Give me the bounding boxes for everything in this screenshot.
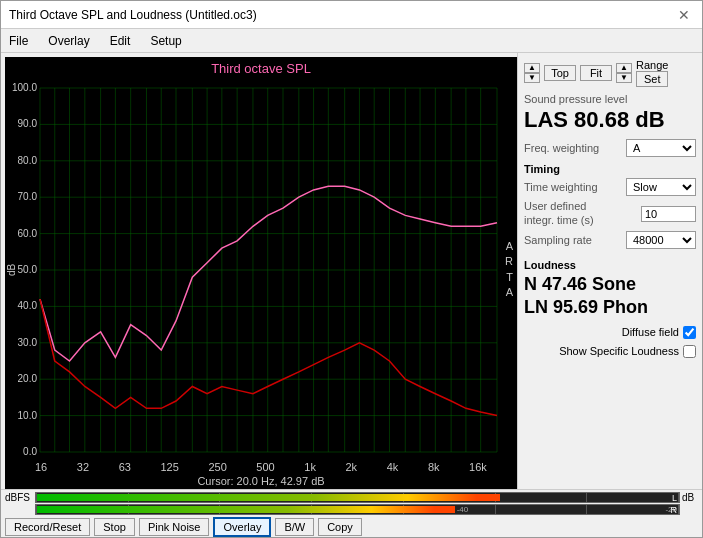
x-tick-16: 16 <box>35 461 47 473</box>
pink-noise-button[interactable]: Pink Noise <box>139 518 210 536</box>
time-weighting-row: Time weighting Fast Slow Impulse <box>524 178 696 196</box>
top-down-btn[interactable]: ▼ <box>524 73 540 83</box>
loudness-section: Loudness N 47.46 Sone LN 95.69 Phon <box>524 259 696 320</box>
freq-weighting-select[interactable]: A C Z <box>626 139 696 157</box>
x-tick-500: 500 <box>256 461 274 473</box>
range-up-btn[interactable]: ▲ <box>616 63 632 73</box>
right-panel: ▲ ▼ Top Fit ▲ ▼ Range Set Sound pressure… <box>517 53 702 489</box>
spl-section: Sound pressure level LAS 80.68 dB <box>524 93 696 133</box>
diffuse-field-row: Diffuse field <box>524 326 696 339</box>
meter-dbfs-label: dBFS <box>5 492 33 503</box>
freq-weighting-label: Freq. weighting <box>524 142 599 154</box>
meter-l-row: dBFS L dB <box>5 492 698 503</box>
db-label: dB <box>682 492 698 503</box>
loudness-ln-value: LN 95.69 Phon <box>524 296 696 319</box>
x-tick-16k: 16k <box>469 461 487 473</box>
x-tick-32: 32 <box>77 461 89 473</box>
title-bar: Third Octave SPL and Loudness (Untitled.… <box>1 1 702 29</box>
chart-title: Third octave SPL <box>5 57 517 80</box>
time-weighting-label: Time weighting <box>524 181 598 193</box>
range-down-btn[interactable]: ▼ <box>616 73 632 83</box>
top-button[interactable]: Top <box>544 65 576 81</box>
specific-loudness-row: Show Specific Loudness <box>524 345 696 358</box>
bw-button[interactable]: B/W <box>275 518 314 536</box>
arta-label: ARTA <box>505 239 513 301</box>
set-button[interactable]: Set <box>636 71 668 87</box>
x-tick-8k: 8k <box>428 461 440 473</box>
spl-section-label: Sound pressure level <box>524 93 696 105</box>
timing-label: Timing <box>524 163 696 175</box>
specific-loudness-checkbox[interactable] <box>683 345 696 358</box>
bottom-bar: dBFS L dB <box>1 489 702 537</box>
timing-section: Timing Time weighting Fast Slow Impulse … <box>524 163 696 252</box>
user-integr-input[interactable] <box>641 206 696 222</box>
specific-loudness-label: Show Specific Loudness <box>559 345 679 357</box>
user-integr-label: User defined integr. time (s) <box>524 200 614 226</box>
menu-overlay[interactable]: Overlay <box>44 32 93 50</box>
sampling-rate-row: Sampling rate 44100 48000 96000 <box>524 231 696 249</box>
user-integr-row: User defined integr. time (s) <box>524 200 696 226</box>
top-up-btn[interactable]: ▲ <box>524 63 540 73</box>
close-button[interactable]: ✕ <box>674 7 694 23</box>
x-tick-1k: 1k <box>304 461 316 473</box>
main-window: Third Octave SPL and Loudness (Untitled.… <box>0 0 703 538</box>
time-weighting-select[interactable]: Fast Slow Impulse <box>626 178 696 196</box>
diffuse-field-label: Diffuse field <box>622 326 679 338</box>
menu-file[interactable]: File <box>5 32 32 50</box>
x-tick-4k: 4k <box>387 461 399 473</box>
meter-l-fill <box>37 494 500 501</box>
range-label: Range <box>636 59 668 71</box>
window-title: Third Octave SPL and Loudness (Untitled.… <box>9 8 257 22</box>
copy-button[interactable]: Copy <box>318 518 362 536</box>
chart-x-labels: 16 32 63 125 250 500 1k 2k 4k 8k 16k <box>5 460 517 475</box>
top-controls: ▲ ▼ Top Fit ▲ ▼ Range Set <box>524 59 696 87</box>
meter-r-fill <box>37 506 455 513</box>
loudness-n-value: N 47.46 Sone <box>524 273 696 296</box>
level-meters: dBFS L dB <box>5 492 698 515</box>
meter-l-bar-container: L <box>35 492 680 503</box>
range-spin-group: ▲ ▼ <box>616 63 632 83</box>
chart-area: Third octave SPL ARTA 16 32 63 125 250 5… <box>5 57 517 485</box>
sampling-rate-label: Sampling rate <box>524 234 592 246</box>
cursor-info: Cursor: 20.0 Hz, 42.97 dB <box>5 475 517 489</box>
meter-r-row: -80-60-40-20 R <box>5 504 698 515</box>
x-tick-63: 63 <box>119 461 131 473</box>
x-tick-125: 125 <box>160 461 178 473</box>
fit-button[interactable]: Fit <box>580 65 612 81</box>
sampling-rate-select[interactable]: 44100 48000 96000 <box>626 231 696 249</box>
freq-weighting-section: Freq. weighting A C Z <box>524 139 696 157</box>
record-reset-button[interactable]: Record/Reset <box>5 518 90 536</box>
chart-wrapper: ARTA <box>5 80 517 460</box>
spl-value: LAS 80.68 dB <box>524 107 696 133</box>
menu-setup[interactable]: Setup <box>146 32 185 50</box>
overlay-button[interactable]: Overlay <box>213 517 271 537</box>
chart-canvas[interactable] <box>5 80 517 460</box>
diffuse-field-checkbox[interactable] <box>683 326 696 339</box>
x-tick-2k: 2k <box>346 461 358 473</box>
stop-button[interactable]: Stop <box>94 518 135 536</box>
x-tick-250: 250 <box>208 461 226 473</box>
channel-l-label: L <box>672 493 677 503</box>
top-spin-group: ▲ ▼ <box>524 63 540 83</box>
menu-edit[interactable]: Edit <box>106 32 135 50</box>
menu-bar: File Overlay Edit Setup <box>1 29 702 53</box>
action-buttons-row: Record/Reset Stop Pink Noise Overlay B/W… <box>5 517 698 537</box>
loudness-label: Loudness <box>524 259 696 271</box>
main-content: Third octave SPL ARTA 16 32 63 125 250 5… <box>1 53 702 489</box>
channel-r-label: R <box>671 505 678 515</box>
meter-r-bar-container: -80-60-40-20 R <box>35 504 680 515</box>
